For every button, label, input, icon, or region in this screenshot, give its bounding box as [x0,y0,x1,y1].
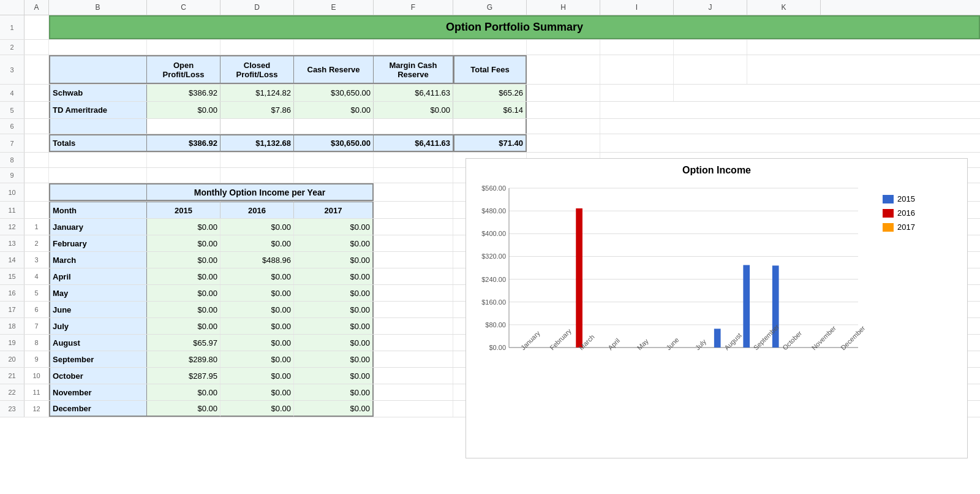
cell-b7: Totals [49,134,147,152]
cell-f8[interactable] [374,153,453,167]
cell-i2[interactable] [600,40,674,55]
cell-c7: $386.92 [147,134,221,152]
cell-f16[interactable] [374,285,453,301]
cell-c2[interactable] [147,40,221,55]
cell-d17: $0.00 [221,302,294,317]
cell-h4[interactable] [527,85,600,101]
row-num-12: 12 [0,219,24,235]
cell-d21: $0.00 [221,368,294,384]
cell-a6[interactable] [24,119,49,134]
cell-a9[interactable] [24,168,49,183]
chart-legend: 2015 2016 2017 [883,194,915,446]
row-5: 5 TD Ameritrade $0.00 $7.86 $0.00 $0.00 … [0,102,980,119]
cell-f6[interactable] [374,119,453,134]
cell-e23: $0.00 [294,401,374,417]
cell-f9[interactable] [374,168,453,183]
cell-e14: $0.00 [294,252,374,268]
cell-b8[interactable] [49,153,147,167]
cell-a11[interactable] [24,202,49,218]
cell-h5[interactable] [527,102,600,118]
cell-a3[interactable] [24,55,49,84]
cell-b10 [49,183,147,201]
cell-d16: $0.00 [221,285,294,301]
svg-text:$560.00: $560.00 [481,184,506,192]
cell-g2[interactable] [453,40,527,55]
cell-b5: TD Ameritrade [49,102,147,118]
cell-b14: March [49,252,147,268]
cell-h7[interactable] [527,134,600,152]
corner-cell [0,0,24,15]
row-num-11: 11 [0,202,24,218]
cell-f21[interactable] [374,368,453,384]
cell-d9[interactable] [221,168,294,183]
cell-f11[interactable] [374,202,453,218]
row-3: 3 Open Profit/Loss Closed Profit/Loss Ca… [0,55,980,85]
cell-d23: $0.00 [221,401,294,417]
cell-f19[interactable] [374,335,453,351]
year-2017-header: 2017 [294,202,374,218]
cell-e6[interactable] [294,119,374,134]
cell-c9[interactable] [147,168,221,183]
cell-a5[interactable] [24,102,49,118]
cell-b17: June [49,302,147,317]
cell-d7: $1,132.68 [221,134,294,152]
cell-b4: Schwab [49,85,147,101]
cell-a14: 3 [24,252,49,268]
svg-text:$80.00: $80.00 [485,321,506,329]
row-1: 1 Option Portfolio Summary [0,15,980,40]
cell-e8[interactable] [294,153,374,167]
cell-c20: $289.80 [147,351,221,367]
chart-title: Option Income [466,165,967,176]
cell-a7[interactable] [24,134,49,152]
row-num-19: 19 [0,335,24,351]
cell-f20[interactable] [374,351,453,367]
cell-f13[interactable] [374,235,453,251]
col-header-d: D [221,0,294,15]
cell-c6[interactable] [147,119,221,134]
cell-f15[interactable] [374,268,453,284]
row-num-13: 13 [0,235,24,251]
cell-f17[interactable] [374,302,453,317]
row-num-8: 8 [0,153,24,167]
cell-a4[interactable] [24,85,49,101]
cell-c18: $0.00 [147,318,221,334]
cell-a8[interactable] [24,153,49,167]
cell-d12: $0.00 [221,219,294,235]
cell-c14: $0.00 [147,252,221,268]
cell-h3[interactable] [527,55,600,84]
cell-f23[interactable] [374,401,453,417]
cell-a1[interactable] [24,15,49,39]
svg-rect-18 [714,329,721,348]
cell-c8[interactable] [147,153,221,167]
cell-a18: 7 [24,318,49,334]
cell-h6[interactable] [527,119,600,134]
cell-h2[interactable] [527,40,600,55]
cell-e18: $0.00 [294,318,374,334]
col-header-h: H [527,0,600,15]
cell-f22[interactable] [374,384,453,400]
cell-d6[interactable] [221,119,294,134]
cell-f12[interactable] [374,219,453,235]
cell-e9[interactable] [294,168,374,183]
cell-f14[interactable] [374,252,453,268]
cell-i3[interactable] [600,55,674,84]
cell-b6[interactable] [49,119,147,134]
cell-b2[interactable] [49,40,147,55]
cell-f10[interactable] [374,183,453,201]
svg-text:$160.00: $160.00 [481,298,506,306]
cell-i4[interactable] [600,85,674,101]
cell-d2[interactable] [221,40,294,55]
cell-e4: $30,650.00 [294,85,374,101]
cell-f18[interactable] [374,318,453,334]
cell-j2[interactable] [674,40,747,55]
cell-a10[interactable] [24,183,49,201]
cell-j3[interactable] [674,55,747,84]
cell-a2[interactable] [24,40,49,55]
row-2: 2 [0,40,980,55]
cell-d8[interactable] [221,153,294,167]
cell-e13: $0.00 [294,235,374,251]
cell-g6[interactable] [453,119,527,134]
cell-e2[interactable] [294,40,374,55]
cell-f2[interactable] [374,40,453,55]
cell-b9[interactable] [49,168,147,183]
